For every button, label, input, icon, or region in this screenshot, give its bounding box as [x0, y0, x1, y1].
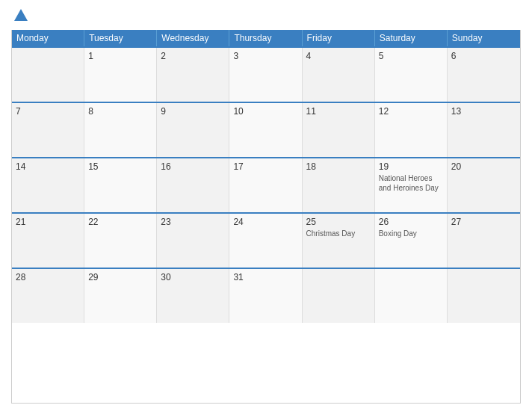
day-headers: MondayTuesdayWednesdayThursdayFridaySatu…: [12, 30, 520, 46]
cell-date-number: 9: [161, 106, 225, 117]
cell-date-number: 13: [451, 106, 516, 117]
header: [11, 7, 521, 24]
calendar-cell: [12, 48, 84, 102]
calendar-cell: 12: [375, 103, 448, 157]
cell-date-number: 18: [306, 161, 371, 172]
weeks-container: 12345678910111213141516171819National He…: [12, 46, 520, 323]
calendar-cell: 31: [229, 269, 302, 323]
cell-date-number: 21: [16, 217, 80, 227]
cell-date-number: 25: [306, 217, 371, 227]
calendar-cell: 13: [448, 103, 520, 157]
calendar: MondayTuesdayWednesdayThursdayFridaySatu…: [11, 30, 521, 404]
calendar-cell: 16: [157, 158, 229, 212]
cell-date-number: 11: [306, 106, 371, 117]
calendar-cell: 27: [448, 214, 520, 268]
cell-date-number: 2: [161, 51, 225, 61]
logo: [11, 7, 29, 24]
calendar-cell: 17: [229, 158, 302, 212]
calendar-cell: 4: [303, 48, 375, 102]
cell-event-label: National Heroes and Heroines Day: [379, 173, 443, 193]
calendar-cell: 25Christmas Day: [303, 214, 375, 268]
day-header-friday: Friday: [303, 30, 375, 46]
day-header-tuesday: Tuesday: [84, 30, 157, 46]
calendar-cell: 3: [229, 48, 302, 102]
cell-event-label: Christmas Day: [306, 229, 371, 238]
cell-date-number: 20: [451, 161, 516, 172]
calendar-cell: 26Boxing Day: [375, 214, 448, 268]
cell-date-number: 17: [233, 161, 297, 172]
week-row: 141516171819National Heroes and Heroines…: [12, 157, 520, 212]
day-header-wednesday: Wednesday: [157, 30, 229, 46]
day-header-monday: Monday: [12, 30, 84, 46]
day-header-saturday: Saturday: [375, 30, 448, 46]
calendar-cell: 20: [448, 158, 520, 212]
cell-date-number: 22: [88, 217, 152, 227]
day-header-sunday: Sunday: [448, 30, 520, 46]
calendar-cell: [303, 269, 375, 323]
calendar-cell: 14: [12, 158, 84, 212]
calendar-cell: 29: [84, 269, 157, 323]
calendar-cell: 1: [84, 48, 157, 102]
cell-date-number: 28: [16, 272, 80, 282]
calendar-cell: 19National Heroes and Heroines Day: [375, 158, 448, 212]
cell-date-number: 23: [161, 217, 225, 227]
cell-date-number: 16: [161, 161, 225, 172]
cell-date-number: 27: [451, 217, 516, 227]
calendar-cell: 30: [157, 269, 229, 323]
svg-marker-0: [14, 9, 28, 21]
cell-date-number: 10: [233, 106, 297, 117]
cell-date-number: 30: [161, 272, 225, 282]
cell-date-number: 19: [379, 161, 443, 172]
cell-date-number: 8: [88, 106, 152, 117]
calendar-page: MondayTuesdayWednesdayThursdayFridaySatu…: [0, 0, 532, 411]
calendar-cell: 21: [12, 214, 84, 268]
calendar-cell: 22: [84, 214, 157, 268]
cell-event-label: Boxing Day: [379, 229, 443, 238]
calendar-cell: 15: [84, 158, 157, 212]
calendar-cell: 11: [303, 103, 375, 157]
cell-date-number: 1: [88, 51, 152, 61]
calendar-cell: 28: [12, 269, 84, 323]
cell-date-number: 15: [88, 161, 152, 172]
week-row: 78910111213: [12, 102, 520, 157]
week-row: 123456: [12, 46, 520, 102]
calendar-cell: 7: [12, 103, 84, 157]
calendar-cell: 18: [303, 158, 375, 212]
calendar-cell: 8: [84, 103, 157, 157]
calendar-cell: 10: [229, 103, 302, 157]
calendar-cell: 9: [157, 103, 229, 157]
cell-date-number: 6: [451, 51, 516, 61]
calendar-cell: 24: [229, 214, 302, 268]
cell-date-number: 7: [16, 106, 80, 117]
day-header-thursday: Thursday: [229, 30, 302, 46]
cell-date-number: 4: [306, 51, 371, 61]
calendar-cell: 2: [157, 48, 229, 102]
cell-date-number: 3: [233, 51, 297, 61]
logo-icon: [13, 7, 29, 24]
calendar-cell: [375, 269, 448, 323]
cell-date-number: 5: [379, 51, 443, 61]
cell-date-number: 31: [233, 272, 297, 282]
calendar-cell: 23: [157, 214, 229, 268]
calendar-cell: 6: [448, 48, 520, 102]
cell-date-number: 12: [379, 106, 443, 117]
calendar-cell: [448, 269, 520, 323]
cell-date-number: 14: [16, 161, 80, 172]
cell-date-number: 29: [88, 272, 152, 282]
cell-date-number: 24: [233, 217, 297, 227]
week-row: 2122232425Christmas Day26Boxing Day27: [12, 212, 520, 268]
cell-date-number: 26: [379, 217, 443, 227]
calendar-cell: 5: [375, 48, 448, 102]
week-row: 28293031: [12, 268, 520, 323]
